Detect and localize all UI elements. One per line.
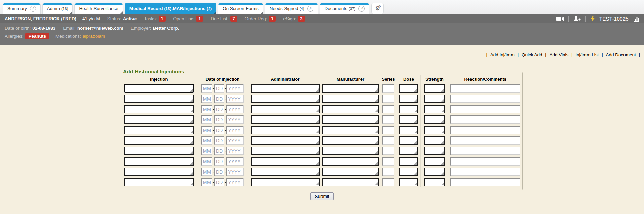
reaction-comments-input[interactable] (450, 136, 520, 145)
series-input[interactable] (382, 147, 394, 155)
strength-input[interactable] (424, 105, 445, 113)
date-mm-input[interactable] (201, 136, 212, 145)
link-add-inj-imm[interactable]: Add Inj/Imm (490, 52, 515, 57)
person-add-icon[interactable] (573, 16, 581, 22)
administrator-input[interactable] (251, 168, 320, 176)
administrator-input[interactable] (251, 115, 320, 124)
date-dd-input[interactable] (214, 95, 224, 103)
lightning-icon[interactable] (591, 16, 595, 22)
tab-documents[interactable]: Documents (37) ↗ (320, 3, 370, 14)
dose-input[interactable] (399, 84, 418, 93)
date-dd-input[interactable] (214, 126, 224, 134)
date-mm-input[interactable] (201, 147, 212, 155)
series-input[interactable] (382, 105, 394, 113)
manufacturer-input[interactable] (322, 115, 379, 124)
series-input[interactable] (382, 157, 394, 166)
date-yyyy-input[interactable] (226, 126, 244, 134)
dose-input[interactable] (399, 105, 418, 113)
injection-input[interactable] (124, 168, 194, 176)
date-mm-input[interactable] (201, 157, 212, 166)
open-in-new-icon[interactable]: ↗ (30, 6, 36, 12)
video-camera-icon[interactable] (556, 16, 564, 21)
date-mm-input[interactable] (201, 95, 212, 103)
link-add-document[interactable]: Add Document (606, 52, 636, 57)
order-req-badge[interactable]: 1 (269, 16, 276, 22)
tab-on-screen-forms[interactable]: On Screen Forms (218, 3, 263, 14)
manufacturer-input[interactable] (322, 147, 379, 155)
manufacturer-input[interactable] (322, 168, 379, 176)
date-mm-input[interactable] (201, 84, 212, 93)
link-inj-imm-list[interactable]: Inj/Imm List (575, 52, 599, 57)
dose-input[interactable] (399, 115, 418, 124)
series-input[interactable] (382, 84, 394, 93)
dose-input[interactable] (399, 178, 418, 186)
strength-input[interactable] (424, 126, 445, 134)
date-yyyy-input[interactable] (226, 178, 244, 186)
link-add-vials[interactable]: Add Vials (550, 52, 569, 57)
reaction-comments-input[interactable] (450, 168, 520, 176)
date-yyyy-input[interactable] (226, 105, 244, 113)
open-in-new-icon[interactable]: ↗ (358, 6, 365, 12)
tab-settings-button[interactable]: ⚙ ⚙ (371, 3, 384, 14)
injection-input[interactable] (124, 136, 194, 145)
tab-health-surveillance[interactable]: Health Surveillance (74, 3, 123, 14)
tasks-badge[interactable]: 1 (159, 16, 166, 22)
date-dd-input[interactable] (214, 136, 224, 145)
dose-input[interactable] (399, 95, 418, 103)
date-mm-input[interactable] (201, 105, 212, 113)
submit-button[interactable]: Submit (310, 192, 333, 200)
series-input[interactable] (382, 178, 394, 186)
dose-input[interactable] (399, 136, 418, 145)
reaction-comments-input[interactable] (450, 105, 520, 113)
dose-input[interactable] (399, 168, 418, 176)
injection-input[interactable] (124, 84, 194, 93)
date-yyyy-input[interactable] (226, 95, 244, 103)
manufacturer-input[interactable] (322, 136, 379, 145)
dose-input[interactable] (399, 147, 418, 155)
series-input[interactable] (382, 168, 394, 176)
reaction-comments-input[interactable] (450, 147, 520, 155)
date-dd-input[interactable] (214, 115, 224, 124)
injection-input[interactable] (124, 126, 194, 134)
reaction-comments-input[interactable] (450, 178, 520, 186)
reaction-comments-input[interactable] (450, 115, 520, 124)
date-mm-input[interactable] (201, 126, 212, 134)
date-yyyy-input[interactable] (226, 157, 244, 166)
date-yyyy-input[interactable] (226, 115, 244, 124)
injection-input[interactable] (124, 105, 194, 113)
reaction-comments-input[interactable] (450, 126, 520, 134)
injection-input[interactable] (124, 147, 194, 155)
strength-input[interactable] (424, 115, 445, 124)
strength-input[interactable] (424, 178, 445, 186)
series-input[interactable] (382, 126, 394, 134)
date-mm-input[interactable] (201, 115, 212, 124)
manufacturer-input[interactable] (322, 157, 379, 166)
tab-medical-record[interactable]: Medical Record (15) :MAR/Injections (2) (125, 3, 216, 14)
injection-input[interactable] (124, 157, 194, 166)
date-yyyy-input[interactable] (226, 136, 244, 145)
reaction-comments-input[interactable] (450, 84, 520, 93)
date-mm-input[interactable] (201, 168, 212, 176)
strength-input[interactable] (424, 84, 445, 93)
series-input[interactable] (382, 95, 394, 103)
bar-chart-icon[interactable] (633, 16, 639, 22)
manufacturer-input[interactable] (322, 95, 379, 103)
strength-input[interactable] (424, 136, 445, 145)
administrator-input[interactable] (251, 178, 320, 186)
date-dd-input[interactable] (214, 84, 224, 93)
strength-input[interactable] (424, 95, 445, 103)
administrator-input[interactable] (251, 147, 320, 155)
series-input[interactable] (382, 115, 394, 124)
administrator-input[interactable] (251, 126, 320, 134)
date-yyyy-input[interactable] (226, 84, 244, 93)
open-in-new-icon[interactable]: ↗ (307, 6, 313, 12)
date-dd-input[interactable] (214, 157, 224, 166)
manufacturer-input[interactable] (322, 84, 379, 93)
tab-needs-signed[interactable]: Needs Signed (4) ↗ (265, 3, 318, 14)
due-list-badge[interactable]: 7 (230, 16, 237, 22)
injection-input[interactable] (124, 95, 194, 103)
administrator-input[interactable] (251, 105, 320, 113)
date-mm-input[interactable] (201, 178, 212, 186)
administrator-input[interactable] (251, 136, 320, 145)
manufacturer-input[interactable] (322, 178, 379, 186)
